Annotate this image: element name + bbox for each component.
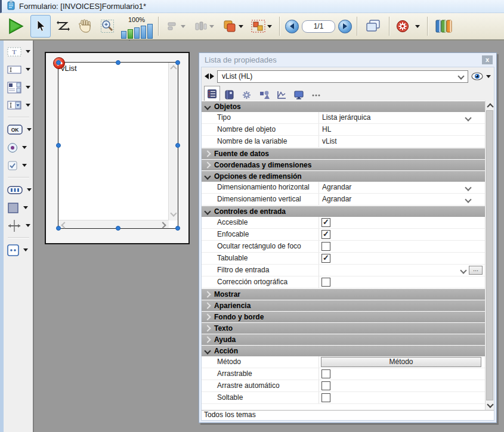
checkbox[interactable] xyxy=(321,242,330,251)
chevron-down-icon[interactable] xyxy=(465,196,471,203)
form-pages-button[interactable] xyxy=(363,15,384,37)
chevron-left-icon[interactable] xyxy=(61,222,67,228)
property-arrastre-automatico[interactable]: Arrastre automático xyxy=(202,380,485,392)
palette-listbox-tool[interactable] xyxy=(7,81,30,94)
visibility-menu-button[interactable] xyxy=(471,72,491,80)
selection-handle-top-right[interactable] xyxy=(175,60,180,65)
palette-segmented-tool[interactable] xyxy=(7,184,32,196)
property-nombre-de-la-variable[interactable]: Nombre de la variablevList xyxy=(202,136,485,148)
palette-text-tool[interactable]: T xyxy=(7,45,30,58)
section-accion[interactable]: Acción xyxy=(202,346,485,356)
chevron-down-icon[interactable] xyxy=(465,114,471,121)
chevron-down-icon[interactable] xyxy=(23,206,28,209)
palette-rectangle-tool[interactable] xyxy=(7,201,28,214)
scrollbar-thumb[interactable] xyxy=(486,110,493,400)
scrollbar-up-button[interactable] xyxy=(486,101,494,110)
library-button[interactable] xyxy=(433,15,454,37)
checkbox[interactable]: ✓ xyxy=(321,254,330,263)
palette-plugin-tool[interactable] xyxy=(7,244,28,256)
close-icon[interactable]: x xyxy=(482,55,493,64)
form-page[interactable]: vList xyxy=(45,52,190,244)
tab-property-list[interactable] xyxy=(204,86,220,101)
arrow-right-icon[interactable] xyxy=(210,73,214,79)
method-button[interactable]: Método xyxy=(321,357,481,367)
arrow-left-icon[interactable] xyxy=(205,73,209,79)
chevron-down-icon[interactable] xyxy=(267,25,272,28)
property-tabulable[interactable]: Tabulable✓ xyxy=(202,253,485,265)
section-apariencia[interactable]: Apariencia xyxy=(202,300,485,311)
form-canvas[interactable]: vList xyxy=(34,41,504,432)
chevron-down-icon[interactable] xyxy=(415,25,420,28)
chevron-down-icon[interactable] xyxy=(22,164,27,167)
chevron-down-icon[interactable] xyxy=(22,146,27,149)
property-ocultar-rectangulo-de-foco[interactable]: Ocultar rectángulo de foco xyxy=(202,241,485,253)
checkbox[interactable] xyxy=(321,381,330,390)
chevron-down-icon[interactable] xyxy=(26,224,30,227)
palette-input-tool[interactable] xyxy=(7,63,30,76)
property-dimensionamiento-vertical[interactable]: Dimensionamiento verticalAgrandar xyxy=(202,194,485,206)
chevron-down-icon[interactable] xyxy=(486,75,491,78)
property-dimensionamiento-horizontal[interactable]: Dimensionamiento horizontalAgrandar xyxy=(202,182,485,194)
palette-splitter-tool[interactable] xyxy=(7,219,30,232)
chevron-down-icon[interactable] xyxy=(27,188,32,191)
chevron-down-icon[interactable] xyxy=(26,68,30,71)
section-fuente-de-datos[interactable]: Fuente de datos xyxy=(202,148,485,159)
chevron-down-icon[interactable] xyxy=(170,210,177,216)
section-texto[interactable]: Texto xyxy=(202,323,485,334)
property-arrastrable[interactable]: Arrastrable xyxy=(202,368,485,380)
property-metodo[interactable]: MétodoMétodo xyxy=(202,356,485,368)
actions-button[interactable] xyxy=(395,15,410,37)
tab-gear[interactable] xyxy=(239,89,255,101)
section-objetos[interactable]: Objetos xyxy=(202,101,485,112)
property-filtro-de-entrada[interactable]: Filtro de entrada... xyxy=(202,265,485,276)
chevron-down-icon[interactable] xyxy=(465,184,471,191)
section-ayuda[interactable]: Ayuda xyxy=(202,334,485,345)
property-nombre-del-objeto[interactable]: Nombre del objetoHL xyxy=(202,124,485,136)
entry-order-tool-button[interactable] xyxy=(54,15,73,37)
selection-handle-middle-right[interactable] xyxy=(175,143,180,148)
chevron-right-icon[interactable] xyxy=(159,222,166,228)
object-selector-combo[interactable]: vList (HL) xyxy=(217,70,468,83)
selection-handle-bottom-right[interactable] xyxy=(175,226,180,231)
object-vertical-scrollbar[interactable] xyxy=(168,63,178,220)
selection-handle-bottom-middle[interactable] xyxy=(116,226,120,231)
checkbox[interactable]: ✓ xyxy=(321,230,330,239)
tab-book[interactable] xyxy=(221,89,237,101)
section-mostrar[interactable]: Mostrar xyxy=(202,289,485,300)
chevron-down-icon[interactable] xyxy=(27,128,32,131)
zoom-scale-control[interactable]: 100% xyxy=(120,14,153,39)
property-soltable[interactable]: Soltable xyxy=(202,392,485,404)
object-cycle-arrows[interactable] xyxy=(205,73,214,79)
panel-header[interactable]: Lista de propiedades x xyxy=(201,53,494,67)
previous-page-button[interactable] xyxy=(285,20,299,33)
ellipsis-button[interactable]: ... xyxy=(469,266,483,275)
checkbox[interactable] xyxy=(321,369,330,378)
section-opciones-de-redimension[interactable]: Opciones de redimensión xyxy=(202,171,485,182)
zoom-tool-button[interactable] xyxy=(98,15,117,37)
selection-handle-middle-left[interactable] xyxy=(56,143,61,148)
property-accesible[interactable]: Accesible✓ xyxy=(202,217,485,229)
palette-combobox-tool[interactable] xyxy=(7,99,30,111)
property-tipo[interactable]: TipoLista jerárquica xyxy=(202,112,485,124)
tab-more[interactable] xyxy=(308,89,324,101)
layering-tool-button[interactable] xyxy=(220,15,245,37)
chevron-down-icon[interactable] xyxy=(239,25,243,28)
tab-chart[interactable] xyxy=(273,89,289,101)
checkbox[interactable]: ✓ xyxy=(321,218,330,227)
property-enfocable[interactable]: Enfocable✓ xyxy=(202,229,485,241)
palette-radio-tool[interactable] xyxy=(7,141,27,154)
section-coordenadas-y-dimensiones[interactable]: Coordenadas y dimensiones xyxy=(202,160,485,170)
checkbox[interactable] xyxy=(321,278,330,287)
selection-handle-top-left[interactable] xyxy=(56,60,61,65)
section-fondo-y-borde[interactable]: Fondo y borde xyxy=(202,312,485,322)
hand-tool-button[interactable] xyxy=(76,15,95,37)
tab-objects[interactable] xyxy=(256,89,272,101)
group-tool-button[interactable] xyxy=(248,15,274,37)
section-controles-de-entrada[interactable]: Controles de entrada xyxy=(202,206,485,217)
palette-checkbox-tool[interactable] xyxy=(7,159,27,172)
chevron-down-icon[interactable] xyxy=(26,104,30,107)
chevron-down-icon[interactable] xyxy=(26,50,30,53)
panel-scrollbar[interactable] xyxy=(485,101,494,410)
checkbox[interactable] xyxy=(321,393,330,402)
chevron-down-icon[interactable] xyxy=(460,267,466,274)
